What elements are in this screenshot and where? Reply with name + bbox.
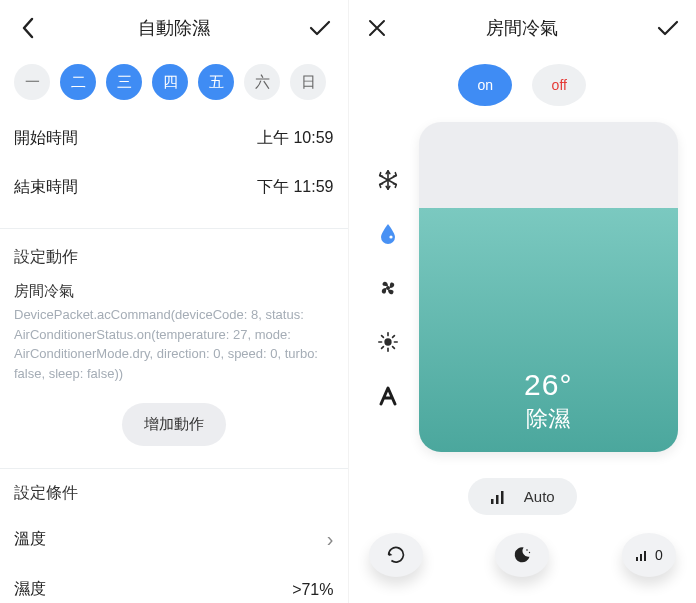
close-button[interactable]	[363, 14, 391, 42]
snowflake-icon	[377, 169, 399, 191]
end-time-row[interactable]: 結束時間 下午 11:59	[0, 163, 348, 229]
svg-point-5	[384, 338, 391, 345]
fan-mode-icon[interactable]	[376, 276, 400, 300]
svg-line-13	[392, 336, 394, 338]
dry-mode-icon[interactable]	[376, 222, 400, 246]
svg-line-10	[381, 336, 383, 338]
confirm-button[interactable]	[654, 14, 682, 42]
end-time-label: 結束時間	[14, 177, 78, 198]
auto-mode-icon[interactable]	[376, 384, 400, 408]
svg-line-12	[381, 347, 383, 349]
mode-selector	[367, 122, 409, 452]
action-device-name: 房間冷氣	[14, 282, 334, 301]
temperature-label: 溫度	[14, 529, 46, 550]
fan-speed-button[interactable]: Auto	[468, 478, 577, 515]
bars-icon	[490, 489, 510, 505]
heat-mode-icon[interactable]	[376, 330, 400, 354]
day-button-1[interactable]: 二	[60, 64, 96, 100]
temperature-condition-row[interactable]: 溫度 ›	[0, 514, 348, 565]
fan-icon	[377, 277, 399, 299]
check-icon	[309, 19, 331, 37]
action-device-detail: DevicePacket.acCommand(deviceCode: 8, st…	[14, 305, 334, 383]
swing-icon	[385, 544, 407, 566]
chevron-right-icon: ›	[327, 528, 334, 551]
ac-title: 房間冷氣	[486, 16, 558, 40]
sleep-icon	[512, 545, 532, 565]
back-icon	[21, 17, 35, 39]
temperature-card[interactable]: 26° 除濕	[419, 122, 679, 452]
svg-point-17	[526, 549, 528, 551]
svg-rect-19	[636, 557, 638, 561]
day-button-3[interactable]: 四	[152, 64, 188, 100]
svg-point-3	[389, 235, 392, 238]
turbo-button[interactable]: 0	[622, 533, 676, 577]
day-button-5[interactable]: 六	[244, 64, 280, 100]
turbo-icon	[635, 548, 651, 562]
add-action-button[interactable]: 增加動作	[122, 403, 226, 446]
letter-a-icon	[378, 386, 398, 406]
fan-speed-label: Auto	[524, 488, 555, 505]
mode-display: 除濕	[419, 404, 679, 434]
humidity-condition-row[interactable]: 濕度 >71%	[0, 565, 348, 603]
action-item[interactable]: 房間冷氣 DevicePacket.acCommand(deviceCode: …	[0, 278, 348, 397]
back-button[interactable]	[14, 14, 42, 42]
svg-point-4	[385, 286, 389, 290]
svg-point-18	[529, 552, 530, 553]
actions-section-title: 設定動作	[0, 229, 348, 278]
start-time-value: 上午 10:59	[257, 128, 333, 149]
confirm-button[interactable]	[306, 14, 334, 42]
swing-button[interactable]	[369, 533, 423, 577]
drop-icon	[378, 223, 398, 245]
turbo-value: 0	[655, 547, 663, 563]
day-selector: 一二三四五六日	[0, 56, 348, 114]
humidity-label: 濕度	[14, 579, 46, 600]
svg-rect-14	[491, 499, 494, 504]
svg-rect-20	[640, 554, 642, 561]
sleep-button[interactable]	[495, 533, 549, 577]
start-time-row[interactable]: 開始時間 上午 10:59	[0, 114, 348, 163]
day-button-6[interactable]: 日	[290, 64, 326, 100]
day-button-4[interactable]: 五	[198, 64, 234, 100]
svg-rect-16	[501, 491, 504, 504]
day-button-0[interactable]: 一	[14, 64, 50, 100]
start-time-label: 開始時間	[14, 128, 78, 149]
day-button-2[interactable]: 三	[106, 64, 142, 100]
power-off-button[interactable]: off	[532, 64, 586, 106]
svg-rect-15	[496, 495, 499, 504]
power-on-button[interactable]: on	[458, 64, 512, 106]
check-icon	[657, 19, 679, 37]
end-time-value: 下午 11:59	[257, 177, 333, 198]
cool-mode-icon[interactable]	[376, 168, 400, 192]
svg-line-11	[392, 347, 394, 349]
svg-rect-21	[644, 551, 646, 561]
humidity-value: >71%	[292, 581, 333, 599]
temperature-display: 26°	[419, 368, 679, 402]
sun-icon	[377, 331, 399, 353]
conditions-section-title: 設定條件	[0, 469, 348, 514]
close-icon	[368, 19, 386, 37]
page-title: 自動除濕	[138, 16, 210, 40]
power-toggle: on off	[349, 56, 697, 122]
